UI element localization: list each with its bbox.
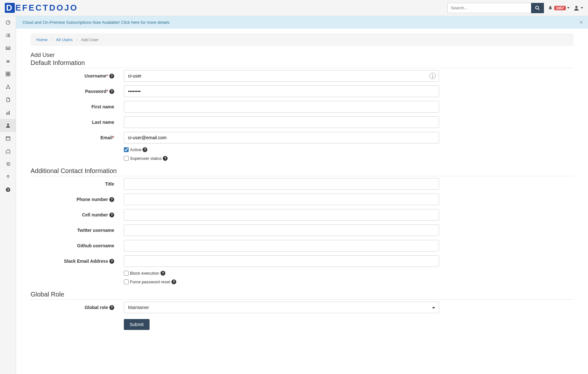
svg-point-41 <box>6 187 10 192</box>
alert-close-button[interactable]: × <box>579 19 583 26</box>
submit-button[interactable]: Submit <box>124 319 150 330</box>
block-exec-checkbox[interactable] <box>124 271 129 276</box>
slack-input[interactable] <box>124 255 439 267</box>
row-last-name: Last name <box>31 116 574 128</box>
superuser-checkbox[interactable] <box>124 156 129 161</box>
svg-line-14 <box>9 60 10 61</box>
sidebar-item-engagements[interactable] <box>0 145 16 158</box>
sidebar-item-calendar[interactable] <box>0 132 16 145</box>
sidebar-item-inbox[interactable] <box>0 42 16 55</box>
help-icon[interactable]: ? <box>171 279 176 284</box>
section-global-role: Global Role <box>31 291 574 300</box>
arrow-up-icon <box>5 174 11 179</box>
calendar-icon <box>5 136 11 141</box>
sitemap-icon <box>5 84 11 89</box>
help-icon[interactable]: ? <box>109 259 114 264</box>
breadcrumb-all-users[interactable]: All Users <box>56 37 73 42</box>
help-icon[interactable]: ? <box>109 89 114 94</box>
sidebar-item-endpoints[interactable] <box>0 80 16 93</box>
label-phone: Phone number ? <box>31 197 124 202</box>
svg-point-0 <box>536 6 538 9</box>
global-role-select[interactable]: Maintainer <box>124 302 439 313</box>
row-block-exec: Block execution ? <box>31 271 574 276</box>
sidebar-item-dashboard[interactable] <box>0 16 16 29</box>
sidebar-item-components[interactable] <box>0 68 16 80</box>
force-reset-checkbox[interactable] <box>124 279 129 284</box>
logo-text: EFECTDOJO <box>15 3 78 13</box>
phone-input[interactable] <box>124 194 439 205</box>
svg-rect-7 <box>6 35 7 36</box>
sidebar-item-collapse[interactable] <box>0 183 16 196</box>
sidebar-item-findings[interactable] <box>0 55 16 68</box>
password-input[interactable] <box>124 86 439 97</box>
search-wrap <box>447 3 544 13</box>
force-reset-label[interactable]: Force password reset ? <box>124 279 176 284</box>
chart-icon <box>5 110 11 115</box>
first-name-input[interactable] <box>124 101 439 113</box>
svg-rect-32 <box>9 111 10 114</box>
help-icon[interactable]: ? <box>161 271 165 276</box>
twitter-input[interactable] <box>124 224 439 236</box>
user-icon <box>5 123 11 128</box>
username-input[interactable] <box>124 70 439 82</box>
page-title: Add User <box>31 52 574 59</box>
topbar: DEFECTDOJO 1057 <box>0 0 588 16</box>
help-icon[interactable]: ? <box>109 74 114 78</box>
label-last-name: Last name <box>31 120 124 125</box>
last-name-input[interactable] <box>124 116 439 128</box>
search-button[interactable] <box>531 3 544 13</box>
sidebar-item-settings[interactable] <box>0 158 16 170</box>
row-active: Active ? <box>31 147 574 152</box>
row-cell: Cell number ? <box>31 209 574 221</box>
help-icon[interactable]: ? <box>163 156 168 161</box>
required-mark: * <box>113 135 114 140</box>
svg-rect-22 <box>8 74 10 76</box>
svg-rect-25 <box>9 88 10 89</box>
row-email: Email* <box>31 132 574 143</box>
active-label[interactable]: Active ? <box>124 147 147 152</box>
svg-rect-35 <box>6 137 10 140</box>
github-input[interactable] <box>124 240 439 251</box>
title-input[interactable] <box>124 178 439 190</box>
main-content: Cloud and On-Premise Subscriptions Now A… <box>16 16 588 374</box>
help-icon[interactable]: ? <box>109 305 114 310</box>
notifications-menu[interactable]: 1057 <box>548 5 570 11</box>
breadcrumb-home[interactable]: Home <box>36 37 48 42</box>
superuser-label[interactable]: Superuser status ? <box>124 156 168 161</box>
email-input[interactable] <box>124 132 439 143</box>
row-github: Github username <box>31 240 574 251</box>
sidebar-item-users[interactable] <box>0 119 16 132</box>
sidebar-item-list[interactable] <box>0 29 16 42</box>
svg-rect-30 <box>6 113 7 114</box>
row-slack: Slack Email Address ? <box>31 255 574 267</box>
logo[interactable]: DEFECTDOJO <box>5 3 78 13</box>
active-checkbox[interactable] <box>124 147 129 152</box>
help-icon[interactable]: ? <box>142 147 147 152</box>
help-icon[interactable]: ? <box>109 213 114 217</box>
gear-icon <box>5 161 11 167</box>
user-icon <box>574 5 579 11</box>
user-menu[interactable] <box>574 5 583 11</box>
required-mark: * <box>106 89 108 94</box>
svg-rect-5 <box>6 34 7 34</box>
sidebar-item-reports[interactable] <box>0 93 16 106</box>
search-input[interactable] <box>447 3 531 13</box>
label-twitter: Twitter username <box>31 228 124 233</box>
svg-rect-19 <box>6 72 8 74</box>
label-email: Email* <box>31 135 124 140</box>
sidebar-item-upgrade[interactable] <box>0 170 16 183</box>
svg-rect-24 <box>6 88 7 89</box>
alert-text: Cloud and On-Premise Subscriptions Now A… <box>23 20 170 25</box>
info-alert[interactable]: Cloud and On-Premise Subscriptions Now A… <box>16 16 588 29</box>
section-default-info: Default Information <box>31 59 574 68</box>
svg-line-4 <box>8 22 9 23</box>
sidebar-item-metrics[interactable] <box>0 106 16 119</box>
row-force-reset: Force password reset ? <box>31 279 574 284</box>
row-superuser: Superuser status ? <box>31 156 574 161</box>
cell-input[interactable] <box>124 209 439 221</box>
svg-rect-9 <box>6 36 7 37</box>
svg-rect-20 <box>8 72 10 74</box>
block-exec-label[interactable]: Block execution ? <box>124 271 165 276</box>
help-icon[interactable]: ? <box>109 197 114 202</box>
bell-icon <box>548 5 553 11</box>
